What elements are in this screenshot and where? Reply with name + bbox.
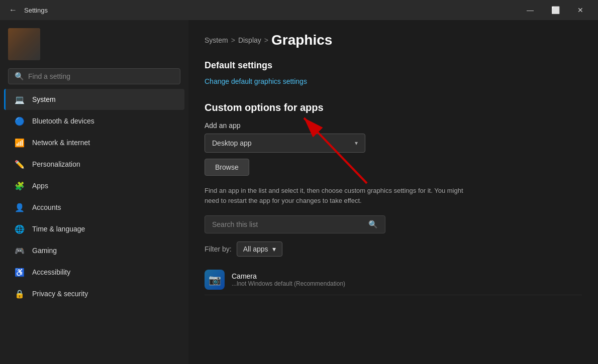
sidebar-item-gaming[interactable]: 🎮 Gaming [4, 240, 184, 261]
window-title: Settings [24, 7, 48, 14]
accessibility-icon: ♿ [14, 267, 25, 278]
title-bar: ← Settings — ⬜ ✕ [0, 0, 598, 20]
custom-options-title: Custom options for apps [205, 102, 582, 113]
accounts-icon: 👤 [14, 202, 25, 213]
app-icon: 📷 [205, 270, 225, 290]
change-default-graphics-link[interactable]: Change default graphics settings [205, 77, 307, 85]
breadcrumb-sep1: > [231, 36, 235, 44]
app-type-dropdown[interactable]: Desktop app ▾ [205, 134, 365, 153]
breadcrumb-current: Graphics [271, 32, 332, 48]
sidebar-label-system: System [32, 95, 56, 103]
breadcrumb: System > Display > Graphics [205, 32, 582, 48]
main-content: System > Display > Graphics Default sett… [188, 20, 598, 364]
maximize-button[interactable]: ⬜ [544, 2, 567, 18]
sidebar-item-network[interactable]: 📶 Network & internet [4, 132, 184, 153]
bluetooth-icon: 🔵 [14, 115, 25, 127]
chevron-down-icon: ▾ [355, 140, 358, 147]
sidebar-item-accounts[interactable]: 👤 Accounts [4, 197, 184, 218]
sidebar-item-personalization[interactable]: ✏️ Personalization [4, 154, 184, 175]
network-icon: 📶 [14, 137, 25, 148]
app-sub: ...lnot Windows default (Recommendation) [232, 280, 582, 287]
sidebar-label-network: Network & internet [32, 139, 90, 147]
default-settings-link-area: Change default graphics settings [205, 77, 582, 86]
breadcrumb-sep2: > [264, 36, 268, 44]
back-button[interactable]: ← [6, 3, 20, 17]
sidebar-label-personalization: Personalization [32, 160, 80, 168]
search-list-input[interactable] [212, 220, 364, 228]
sidebar-label-accessibility: Accessibility [32, 268, 70, 276]
hint-text: Find an app in the list and select it, t… [205, 186, 476, 205]
gaming-icon: 🎮 [14, 245, 25, 256]
time-icon: 🌐 [14, 223, 25, 234]
sidebar-item-apps[interactable]: 🧩 Apps [4, 175, 184, 196]
sidebar-label-privacy: Privacy & security [32, 290, 88, 298]
avatar [8, 28, 40, 60]
breadcrumb-part1: System [205, 36, 228, 44]
browse-button[interactable]: Browse [205, 159, 249, 176]
sidebar-item-system[interactable]: 💻 System [4, 89, 184, 110]
filter-dropdown[interactable]: All apps ▾ [237, 241, 282, 257]
app-type-dropdown-value: Desktop app [212, 139, 252, 147]
sidebar-item-privacy[interactable]: 🔒 Privacy & security [4, 283, 184, 304]
filter-chevron-icon: ▾ [272, 245, 276, 253]
sidebar-label-time: Time & language [32, 225, 85, 233]
app-list-item[interactable]: 📷 Camera ...lnot Windows default (Recomm… [205, 265, 582, 295]
sidebar-search-input[interactable] [28, 72, 174, 80]
privacy-icon: 🔒 [14, 288, 25, 299]
sidebar-label-gaming: Gaming [32, 247, 57, 255]
filter-row: Filter by: All apps ▾ [205, 241, 582, 257]
sidebar-item-accessibility[interactable]: ♿ Accessibility [4, 262, 184, 283]
app-layout: 🔍 💻 System 🔵 Bluetooth & devices 📶 Netwo… [0, 20, 598, 364]
nav-list: 💻 System 🔵 Bluetooth & devices 📶 Network… [0, 88, 188, 305]
app-list: 📷 Camera ...lnot Windows default (Recomm… [205, 265, 582, 295]
search-list-box[interactable]: 🔍 [205, 215, 385, 233]
close-button[interactable]: ✕ [569, 2, 592, 18]
app-info: Camera ...lnot Windows default (Recommen… [232, 272, 582, 287]
apps-icon: 🧩 [14, 180, 25, 191]
sidebar-item-time[interactable]: 🌐 Time & language [4, 218, 184, 239]
search-icon: 🔍 [15, 72, 24, 81]
sidebar-label-accounts: Accounts [32, 203, 61, 211]
personalization-icon: ✏️ [14, 159, 25, 170]
default-settings-title: Default settings [205, 60, 582, 71]
sidebar-item-bluetooth[interactable]: 🔵 Bluetooth & devices [4, 110, 184, 132]
sidebar-label-bluetooth: Bluetooth & devices [32, 117, 94, 125]
sidebar-search-container: 🔍 [0, 64, 188, 88]
search-list-icon: 🔍 [368, 220, 378, 229]
system-icon: 💻 [14, 94, 25, 105]
user-area [0, 20, 188, 64]
window-controls: — ⬜ ✕ [519, 2, 592, 18]
add-app-label: Add an app [205, 122, 582, 130]
app-name: Camera [232, 272, 582, 280]
sidebar: 🔍 💻 System 🔵 Bluetooth & devices 📶 Netwo… [0, 20, 188, 364]
sidebar-search-box[interactable]: 🔍 [8, 68, 180, 84]
sidebar-label-apps: Apps [32, 182, 48, 190]
filter-label: Filter by: [205, 245, 232, 253]
filter-dropdown-value: All apps [243, 245, 268, 253]
breadcrumb-part2: Display [238, 36, 261, 44]
minimize-button[interactable]: — [519, 2, 542, 18]
